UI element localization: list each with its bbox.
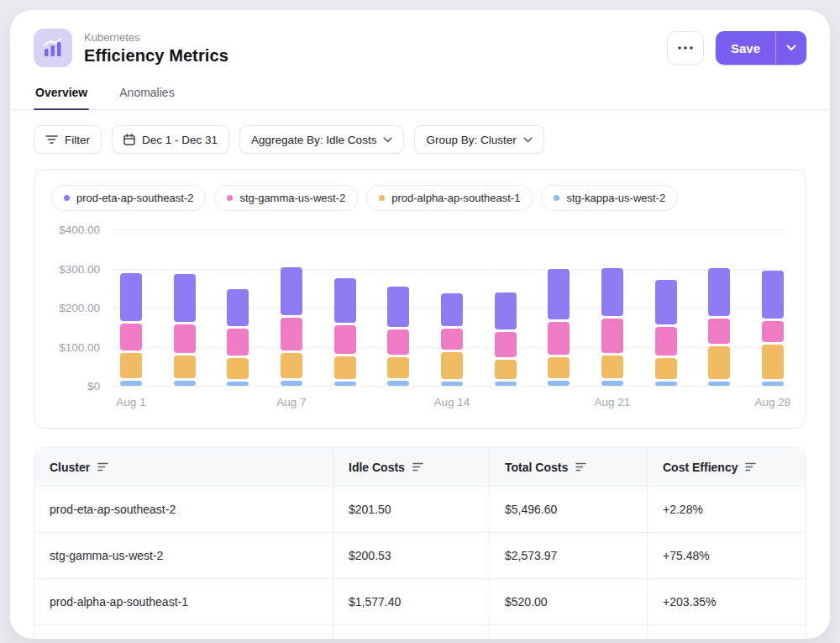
bar-segment xyxy=(174,274,196,322)
aggregate-by-dropdown[interactable]: Aggregate By: Idle Costs xyxy=(239,125,404,154)
column-header-idle-costs[interactable]: Idle Costs xyxy=(333,448,490,487)
sort-icon xyxy=(412,462,423,472)
table-cell-cost-efficiency: +75.48% xyxy=(648,533,806,579)
bar-segment xyxy=(441,382,463,386)
bar-segment xyxy=(601,268,623,316)
bar-segment xyxy=(655,280,677,324)
legend-label: prod-alpha-ap-southeast-1 xyxy=(391,192,520,204)
bar-slot xyxy=(708,229,730,386)
bar-slot: Aug 7 xyxy=(281,229,302,386)
filter-button-label: Filter xyxy=(65,134,90,146)
column-header-cluster[interactable]: Cluster xyxy=(34,448,333,487)
bar-segment xyxy=(708,346,730,379)
column-header-label: Cost Effiency xyxy=(663,461,738,474)
table-cell-total-costs: $520.00 xyxy=(490,579,648,625)
group-by-dropdown[interactable]: Group By: Cluster xyxy=(414,125,543,154)
save-dropdown-button[interactable] xyxy=(776,31,806,65)
table-cell-idle-costs: $200.53 xyxy=(333,533,490,579)
bar-segment xyxy=(548,381,570,386)
bar-segment xyxy=(495,293,517,329)
save-split-button: Save xyxy=(716,31,806,65)
bar-segment xyxy=(227,289,249,326)
bar-segment xyxy=(708,268,730,316)
date-range-button[interactable]: Dec 1 - Dec 31 xyxy=(112,125,229,154)
stacked-bar-chart: $400.00 $300.00 $200.00 $100.00 $0 Aug 1… xyxy=(53,229,787,386)
group-by-label: Group By: Cluster xyxy=(426,134,516,146)
stacked-bar[interactable] xyxy=(281,267,302,386)
bar-segment xyxy=(120,381,142,386)
column-header-total-costs[interactable]: Total Costs xyxy=(490,448,648,487)
filter-lines-icon xyxy=(45,134,58,145)
legend-dot xyxy=(554,195,559,201)
stacked-bar[interactable] xyxy=(655,280,677,386)
legend-item-prod-alpha[interactable]: prod-alpha-ap-southeast-1 xyxy=(366,185,533,211)
legend-item-stg-gamma[interactable]: stg-gamma-us-west-2 xyxy=(214,185,358,211)
filter-button[interactable]: Filter xyxy=(34,125,102,154)
bar-segment xyxy=(601,319,623,353)
bar-segment xyxy=(762,321,784,342)
stacked-bar[interactable] xyxy=(227,289,249,386)
bar-slot: Aug 1 xyxy=(120,229,142,386)
bar-segment xyxy=(601,356,623,378)
y-axis-label: $300.00 xyxy=(59,262,100,275)
stacked-bar[interactable] xyxy=(708,268,730,386)
stacked-bar[interactable] xyxy=(334,278,356,386)
bar-segment xyxy=(441,293,463,326)
bar-segment xyxy=(548,269,570,319)
bar-segment xyxy=(495,332,517,357)
y-axis-label: $100.00 xyxy=(59,340,100,353)
bar-segment xyxy=(227,329,249,356)
metrics-table: Cluster Idle Costs Total Costs xyxy=(34,447,806,639)
table-cell-cluster[interactable]: prod-eta-ap-southeast-2 xyxy=(34,487,333,533)
chart-card: prod-eta-ap-southeast-2 stg-gamma-us-wes… xyxy=(34,169,806,429)
table-row-partial xyxy=(648,625,806,639)
bar-segment xyxy=(334,325,356,354)
x-axis-label: Aug 28 xyxy=(754,396,790,408)
tab-overview[interactable]: Overview xyxy=(34,79,89,109)
ellipsis-icon xyxy=(678,46,693,50)
x-axis-label: Aug 14 xyxy=(434,396,470,408)
x-axis-label: Aug 7 xyxy=(276,396,306,408)
table-cell-cluster[interactable]: stg-gamma-us-west-2 xyxy=(34,533,333,579)
stacked-bar[interactable] xyxy=(762,271,784,386)
stacked-bar[interactable] xyxy=(387,287,409,386)
stacked-bar[interactable] xyxy=(120,273,142,386)
bar-segment xyxy=(762,271,784,319)
bar-segment xyxy=(708,319,730,344)
stacked-bar[interactable] xyxy=(174,274,196,386)
stacked-bar[interactable] xyxy=(495,293,517,386)
bar-segment xyxy=(334,382,356,386)
y-axis-label: $400.00 xyxy=(59,224,100,236)
bar-segment xyxy=(548,357,570,378)
toolbar: Filter Dec 1 - Dec 31 Aggregate By: Idle… xyxy=(10,110,830,167)
bar-segment xyxy=(387,329,409,355)
stacked-bar[interactable] xyxy=(441,293,463,386)
chart-bars: Aug 1Aug 7Aug 14Aug 21Aug 28 xyxy=(120,229,784,386)
tab-anomalies[interactable]: Anomalies xyxy=(118,79,176,109)
more-options-button[interactable] xyxy=(667,31,704,65)
y-axis: $400.00 $300.00 $200.00 $100.00 $0 xyxy=(53,229,113,386)
bar-slot xyxy=(334,229,356,386)
bar-segment xyxy=(281,267,302,315)
stacked-bar[interactable] xyxy=(548,269,570,386)
chart-plot-area: Aug 1Aug 7Aug 14Aug 21Aug 28 xyxy=(113,229,787,386)
y-axis-label: $0 xyxy=(87,380,100,393)
table-cell-cluster[interactable]: prod-alpha-ap-southeast-1 xyxy=(34,579,333,625)
column-header-label: Total Costs xyxy=(505,461,568,474)
legend-label: stg-gamma-us-west-2 xyxy=(239,192,345,204)
header: Kubernetes Efficiency Metrics Save xyxy=(10,10,830,67)
chevron-down-icon xyxy=(383,137,392,143)
legend-item-stg-kappa[interactable]: stg-kappa-us-west-2 xyxy=(541,185,678,211)
table-cell-total-costs: $5,496.60 xyxy=(490,487,648,533)
legend-label: stg-kappa-us-west-2 xyxy=(566,192,665,204)
app-subtitle: Kubernetes xyxy=(84,31,228,44)
bar-slot xyxy=(548,229,570,386)
stacked-bar[interactable] xyxy=(601,268,623,386)
save-button[interactable]: Save xyxy=(716,31,775,65)
legend-item-prod-eta[interactable]: prod-eta-ap-southeast-2 xyxy=(51,185,206,211)
column-header-cost-efficiency[interactable]: Cost Effiency xyxy=(648,448,806,487)
sort-icon xyxy=(97,462,108,472)
bar-segment xyxy=(708,382,730,386)
bar-segment xyxy=(174,381,196,386)
bar-segment xyxy=(120,353,142,378)
